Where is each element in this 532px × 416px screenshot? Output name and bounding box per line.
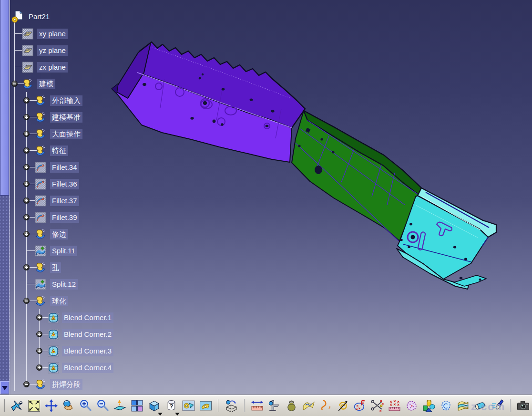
tree-node-label[interactable]: Fillet.36 — [50, 179, 79, 189]
fly-mode-button[interactable] — [8, 396, 25, 415]
expand-handle[interactable] — [36, 348, 42, 354]
tree-node-label[interactable]: 建模基准 — [50, 112, 82, 123]
expand-handle[interactable] — [23, 164, 30, 170]
quad-view-button[interactable] — [128, 396, 145, 415]
tree-node-label[interactable]: zx plane — [37, 62, 68, 73]
porcupine-analysis-button[interactable] — [317, 396, 335, 415]
cloud-analysis-button[interactable] — [403, 396, 420, 415]
expand-handle[interactable] — [23, 147, 30, 154]
tree-node-blend-corner3[interactable]: Blend Corner.3 — [0, 343, 153, 359]
dropdown-caret-icon[interactable] — [175, 413, 180, 416]
expand-handle[interactable] — [23, 131, 30, 137]
tree-node-label[interactable]: Fillet.37 — [50, 196, 79, 206]
surface-layers-button[interactable] — [455, 396, 472, 415]
tree-node-label[interactable]: 大面操作 — [50, 129, 82, 139]
tree-node-fillet34[interactable]: Fillet.34 — [0, 159, 153, 176]
specification-tree[interactable]: Part21 xy plane yz plane zx plane 建模 外部输… — [0, 0, 153, 395]
curvature-curve-icon — [319, 399, 333, 413]
tree-node-yz-plane[interactable]: yz plane — [0, 42, 153, 59]
tree-node-blend-corner4[interactable]: Blend Corner.4 — [0, 360, 153, 376]
expand-handle[interactable] — [23, 231, 30, 237]
expand-handle[interactable] — [23, 181, 30, 187]
tree-node-label[interactable]: Part21 — [27, 11, 51, 22]
rotate-button[interactable] — [60, 396, 77, 415]
tree-node-surface-ops[interactable]: 大面操作 — [0, 126, 153, 142]
tree-node-blend-corner1[interactable]: Blend Corner.1 — [0, 310, 153, 326]
zoom-out-button[interactable] — [94, 396, 111, 415]
spray-brush-button[interactable] — [489, 396, 506, 415]
draft-analysis-button[interactable] — [352, 396, 369, 415]
tree-node-split12[interactable]: Split.12 — [0, 276, 153, 292]
tree-node-fillet39[interactable]: Fillet.39 — [0, 209, 153, 226]
expand-handle[interactable] — [36, 364, 42, 371]
tree-node-label[interactable]: Split.11 — [50, 246, 77, 256]
tree-node-blend-corner2[interactable]: Blend Corner.2 — [0, 326, 153, 343]
tree-node-trim[interactable]: 修边 — [0, 226, 153, 242]
toolbar-grip[interactable] — [4, 399, 5, 412]
pan-button[interactable] — [42, 396, 60, 415]
expand-handle[interactable] — [23, 114, 30, 120]
tree-node-zx-plane[interactable]: zx plane — [0, 59, 153, 75]
screen-capture-button[interactable] — [515, 396, 532, 415]
tree-node-label[interactable]: Fillet.34 — [50, 162, 79, 173]
paint-area-button[interactable] — [438, 396, 455, 415]
tree-node-label[interactable]: Blend Corner.3 — [62, 346, 113, 356]
hide-show-button[interactable] — [180, 396, 197, 415]
tree-node-label[interactable]: Blend Corner.1 — [62, 312, 113, 323]
tree-node-label[interactable]: 外部输入 — [50, 95, 82, 106]
tree-node-label[interactable]: Split.12 — [50, 279, 78, 290]
collapse-handle[interactable] — [11, 81, 18, 87]
tree-node-part21[interactable]: Part21 — [0, 9, 153, 25]
tree-node-label[interactable]: yz plane — [37, 45, 68, 56]
normal-view-button[interactable] — [111, 396, 128, 415]
tree-node-label[interactable]: 孔 — [50, 262, 61, 273]
tree-node-label[interactable]: xy plane — [37, 29, 68, 39]
tree-node-fillet37[interactable]: Fillet.37 — [0, 193, 153, 209]
tree-node-modeling-datum[interactable]: 建模基准 — [0, 109, 153, 125]
collapse-handle[interactable] — [23, 381, 30, 387]
tree-node-hole[interactable]: 孔 — [0, 260, 153, 276]
measure-between-button[interactable] — [249, 396, 266, 415]
expand-handle[interactable] — [23, 97, 30, 104]
material-shapes-icon — [422, 399, 436, 413]
expand-handle[interactable] — [36, 314, 42, 321]
solid-sweep-button[interactable] — [472, 396, 489, 415]
curvature-comb-button[interactable] — [335, 396, 352, 415]
tree-node-modeling[interactable]: 建模 — [0, 76, 153, 92]
toolbar-separator — [244, 399, 245, 412]
measure-inertia-button[interactable] — [283, 396, 300, 415]
tree-node-fillet36[interactable]: Fillet.36 — [0, 176, 153, 192]
turntable-button[interactable] — [223, 396, 240, 415]
tree-node-spheroidize[interactable]: 球化 — [0, 293, 153, 309]
tree-node-label[interactable]: 建模 — [37, 79, 55, 89]
expand-handle[interactable] — [23, 214, 30, 220]
tree-node-external-input[interactable]: 外部输入 — [0, 93, 153, 109]
dropdown-caret-icon[interactable] — [158, 413, 163, 416]
tree-node-label[interactable]: Blend Corner.4 — [62, 363, 113, 373]
tree-node-weld-segments[interactable]: 拼焊分段 — [0, 376, 153, 393]
cut-analysis-button[interactable] — [369, 396, 386, 415]
apply-material-button[interactable] — [420, 396, 438, 415]
connect-checker-button[interactable] — [300, 396, 317, 415]
tree-node-label[interactable]: 修边 — [50, 229, 68, 239]
render-style-button[interactable]: ? — [163, 396, 180, 415]
tree-node-label[interactable]: 拼焊分段 — [50, 379, 82, 390]
collapse-handle[interactable] — [23, 298, 30, 304]
tree-node-features[interactable]: 特征 — [0, 143, 153, 159]
swap-visible-space-button[interactable] — [197, 396, 214, 415]
green-section[interactable] — [292, 111, 421, 241]
fit-all-in-button[interactable] — [25, 396, 42, 415]
zoom-in-button[interactable] — [77, 396, 94, 415]
expand-handle[interactable] — [23, 264, 30, 270]
expand-handle[interactable] — [36, 331, 42, 337]
isometric-view-button[interactable] — [145, 396, 163, 415]
tree-node-label[interactable]: 特征 — [50, 146, 68, 156]
tree-node-label[interactable]: Fillet.39 — [50, 212, 79, 223]
tree-node-split11[interactable]: Split.11 — [0, 243, 153, 259]
deviation-points-button[interactable] — [386, 396, 403, 415]
measure-item-button[interactable] — [266, 396, 283, 415]
tree-node-label[interactable]: 球化 — [50, 296, 68, 306]
expand-handle[interactable] — [23, 198, 30, 204]
tree-node-label[interactable]: Blend Corner.2 — [62, 329, 113, 340]
tree-node-xy-plane[interactable]: xy plane — [0, 26, 153, 42]
